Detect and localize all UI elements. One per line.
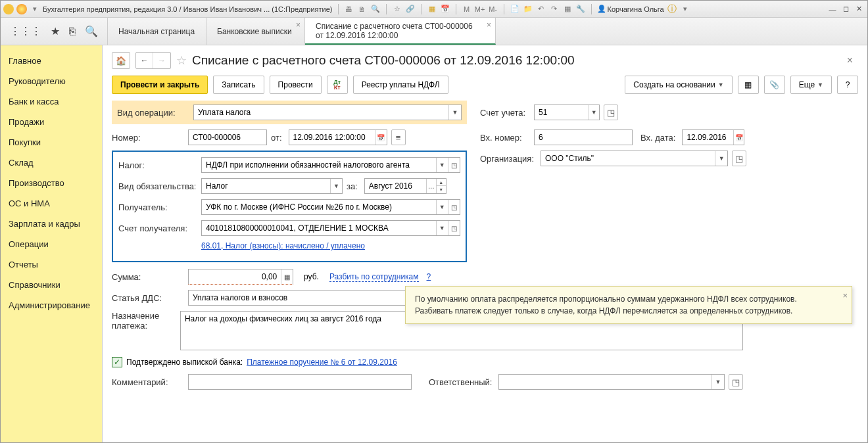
rec-account-select[interactable]: ▼ ◳ [201,220,460,236]
sidebar-item-payroll[interactable]: Зарплата и кадры [1,214,102,234]
calendar-icon[interactable]: 📅 [440,4,450,14]
apps-icon[interactable]: ⋮⋮⋮ [10,25,41,37]
comment-field[interactable] [188,374,412,390]
sidebar-item-catalogs[interactable]: Справочники [1,275,102,295]
tab-writeoff[interactable]: Списание с расчетного счета СТ00-000006 … [305,18,496,45]
dropdown-icon[interactable]: ▼ [711,375,724,389]
dropdown-icon[interactable]: ▼ [715,151,727,166]
sidebar-item-admin[interactable]: Администрирование [1,295,102,315]
spin-buttons[interactable]: ▲▼ [436,179,446,193]
create-based-button[interactable]: Создать на основании ▼ [625,76,732,94]
search-icon[interactable]: 🔍 [370,4,381,14]
info-dropdown-icon[interactable]: ▾ [680,4,690,14]
search-toolbar-icon[interactable]: 🔍 [85,25,98,37]
sidebar-item-production[interactable]: Производство [1,173,102,193]
report-button[interactable]: ▦ [738,76,759,94]
home-button[interactable]: 🏠 [112,52,130,69]
sidebar-item-main[interactable]: Главное [1,51,102,71]
tooltip-close-icon[interactable]: × [842,289,848,302]
close-page-button[interactable]: × [842,52,858,69]
post-button[interactable]: Провести [270,76,322,94]
ellipsis-icon[interactable]: … [426,179,436,193]
m-icon[interactable]: M [462,4,472,14]
open-org-button[interactable]: ◳ [732,151,746,166]
info-icon[interactable]: ⓘ [667,4,677,14]
sidebar-item-assets[interactable]: ОС и НМА [1,193,102,214]
m-plus-icon[interactable]: M+ [475,4,485,14]
open-icon[interactable]: ◳ [448,200,460,214]
dropdown-icon[interactable]: ▾ [30,4,40,14]
history-icon[interactable]: ⎘ [69,26,76,37]
date-extra-button[interactable]: ≡ [391,129,406,145]
tab-close-icon[interactable]: × [487,20,491,30]
op-type-select[interactable]: ▼ [193,105,462,120]
open-icon[interactable]: ◳ [448,158,460,172]
open-icon[interactable]: ◳ [448,221,460,235]
favorites-icon[interactable]: ★ [51,25,60,37]
dropdown-icon[interactable]: ▼ [436,200,448,214]
grid-icon[interactable]: ▦ [562,4,573,14]
tab-home[interactable]: Начальная страница [108,18,206,45]
close-window-button[interactable]: ✕ [853,4,865,14]
dropdown-icon[interactable]: ▼ [330,179,342,193]
dropdown-icon[interactable]: ▼ [436,221,448,235]
maximize-button[interactable]: ◻ [840,4,852,14]
calc-icon[interactable]: ▦ [427,4,437,14]
date-field[interactable]: 📅 [289,129,387,145]
tab-close-icon[interactable]: × [296,20,301,30]
tab-bank-statements[interactable]: Банковские выписки × [206,18,305,45]
preview-icon[interactable]: 🗎 [357,4,368,14]
oblig-select[interactable]: ▼ [201,178,343,194]
sidebar-item-purchases[interactable]: Покупки [1,132,102,152]
sidebar-item-sales[interactable]: Продажи [1,112,102,132]
ndfl-registry-button[interactable]: Реестр уплаты НДФЛ [353,76,448,94]
in-number-field[interactable] [534,129,633,145]
post-close-button[interactable]: Провести и закрыть [112,76,208,94]
sidebar-item-warehouse[interactable]: Склад [1,152,102,173]
user-badge[interactable]: 👤 Корчагина Ольга [597,5,664,13]
recipient-select[interactable]: ▼ ◳ [201,199,460,215]
org-select[interactable]: ▼ [541,151,728,166]
print-icon[interactable]: 🖶 [344,4,354,14]
sum-field[interactable]: ▦ [188,269,293,285]
op-type-input[interactable] [194,105,448,120]
dropdown-icon[interactable]: ▼ [436,158,448,172]
period-field[interactable]: … ▲▼ [364,178,446,194]
sidebar-item-reports[interactable]: Отчеты [1,254,102,275]
star-icon[interactable]: ☆ [392,4,402,14]
calc-icon[interactable]: ▦ [281,269,293,284]
sidebar-item-operations[interactable]: Операции [1,234,102,254]
dtkt-button[interactable]: ДтКт [327,76,348,94]
open-account-button[interactable]: ◳ [604,105,618,120]
in-date-field[interactable]: 📅 [682,129,744,145]
calendar-icon[interactable]: 📅 [375,130,387,145]
more-button[interactable]: Еще ▼ [790,76,832,94]
kbk-link[interactable]: 68.01, Налог (взносы): начислено / уплач… [201,241,365,250]
back-button[interactable]: ← [136,53,153,68]
attach-button[interactable]: 📎 [764,76,785,94]
sidebar-item-manager[interactable]: Руководителю [1,71,102,91]
forward-button[interactable]: → [153,53,170,68]
save-button[interactable]: Записать [213,76,264,94]
folder-icon[interactable]: 📁 [523,4,533,14]
doc-icon[interactable]: 📄 [510,4,520,14]
responsible-select[interactable]: ▼ [498,374,725,390]
m-minus-icon[interactable]: M- [488,4,498,14]
link-icon[interactable]: 🔗 [405,4,416,14]
account-select[interactable]: ▼ [534,105,600,120]
split-by-employees-link[interactable]: Разбить по сотрудникам [329,272,419,282]
help-button[interactable]: ? [837,76,858,94]
sidebar-item-bank[interactable]: Банк и касса [1,91,102,112]
tax-select[interactable]: ▼ ◳ [201,157,460,173]
split-help-link[interactable]: ? [427,272,431,281]
calendar-icon[interactable]: 📅 [733,130,744,145]
wrench-icon[interactable]: 🔧 [575,4,586,14]
account-input[interactable] [535,105,589,120]
dropdown-icon[interactable]: ▼ [448,105,461,120]
number-field[interactable] [188,129,267,145]
open-responsible-button[interactable]: ◳ [729,374,743,390]
minimize-button[interactable]: — [827,4,838,14]
dropdown-icon[interactable]: ▼ [589,105,599,120]
confirmed-checkbox[interactable]: ✓ [112,357,122,367]
back-icon[interactable]: ↶ [536,4,546,14]
